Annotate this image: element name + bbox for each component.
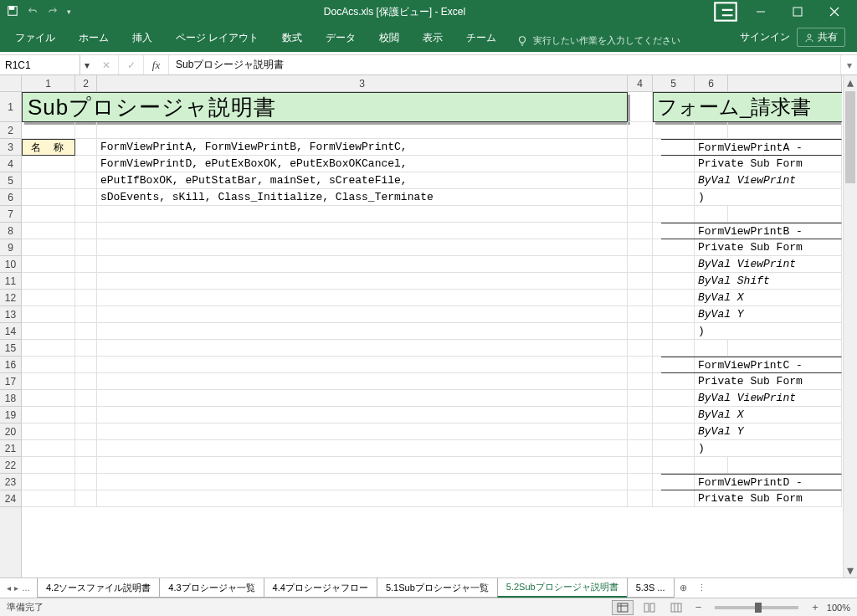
col-header[interactable]: 3 xyxy=(97,75,628,91)
row-header[interactable]: 20 xyxy=(0,424,21,440)
row-header[interactable]: 14 xyxy=(0,323,21,340)
tab-review[interactable]: 校閲 xyxy=(367,24,411,52)
row-header[interactable]: 6 xyxy=(0,189,21,206)
tab-nav[interactable]: ◂ ▸ … xyxy=(0,578,37,598)
tab-team[interactable]: チーム xyxy=(454,24,508,52)
name-box[interactable] xyxy=(0,55,80,74)
zoom-out-icon[interactable]: − xyxy=(692,601,706,613)
right-code[interactable]: FormViewPrintD - xyxy=(661,474,842,490)
sheet-tab[interactable]: 5.1Subプロシージャ一覧 xyxy=(377,578,498,598)
title-cell[interactable]: Subプロシージャ説明書 xyxy=(22,92,628,122)
cells[interactable]: Subプロシージャ説明書 フォーム_請求書 名 称 FormViewPrintA… xyxy=(22,92,842,578)
code-line[interactable]: FormViewPrintA, FormViewPrintB, FormView… xyxy=(97,139,628,156)
enter-formula-icon[interactable]: ✓ xyxy=(119,55,144,74)
scroll-down-icon[interactable]: ▾ xyxy=(844,563,857,578)
row-header[interactable]: 16 xyxy=(0,357,21,373)
tab-more-icon[interactable]: … xyxy=(22,583,30,593)
save-icon[interactable] xyxy=(7,5,18,19)
code-line[interactable]: FormViewPrintD, ePutExBoxOK, ePutExBoxOK… xyxy=(97,156,628,172)
new-sheet-icon[interactable]: ⊕ xyxy=(674,578,694,598)
tab-next-icon[interactable]: ▸ xyxy=(14,583,18,593)
row-header[interactable]: 18 xyxy=(0,390,21,407)
formula-input[interactable]: Subプロシージャ説明書 xyxy=(169,55,840,74)
row-header[interactable]: 17 xyxy=(0,373,21,390)
sheet-tab[interactable]: 4.2ソースファイル説明書 xyxy=(37,578,160,598)
right-code[interactable]: ByVal ViewPrint xyxy=(661,256,842,273)
page-layout-view-icon[interactable] xyxy=(639,600,660,615)
right-code[interactable]: Private Sub Form xyxy=(661,239,842,256)
tabs-menu-icon[interactable]: ⋮ xyxy=(694,578,711,598)
sheet-tab-active[interactable]: 5.2Subプロシージャ説明書 xyxy=(497,578,628,598)
scroll-thumb[interactable] xyxy=(845,91,855,183)
tab-file[interactable]: ファイル xyxy=(3,24,67,52)
row-header[interactable]: 1 xyxy=(0,92,21,122)
row-header[interactable]: 4 xyxy=(0,156,21,172)
worksheet[interactable]: 1 2 3 4 5 6 1 2 3 4 5 6 7 8 9 10 11 12 1… xyxy=(0,75,857,578)
col-header[interactable]: 6 xyxy=(695,75,728,91)
row-header[interactable]: 21 xyxy=(0,440,21,457)
right-code[interactable]: ) xyxy=(661,323,842,340)
signin-link[interactable]: サインイン xyxy=(740,30,790,44)
right-code[interactable]: ) xyxy=(661,189,842,206)
row-header[interactable]: 24 xyxy=(0,490,21,507)
col-header[interactable]: 4 xyxy=(628,75,653,91)
right-code[interactable]: ByVal ViewPrint xyxy=(661,172,842,189)
right-code[interactable]: ByVal ViewPrint xyxy=(661,390,842,407)
name-box-input[interactable] xyxy=(5,59,74,71)
row-header[interactable]: 3 xyxy=(0,139,21,156)
qat-dropdown-icon[interactable]: ▾ xyxy=(67,8,71,16)
row-header[interactable]: 19 xyxy=(0,407,21,424)
formula-expand-icon[interactable]: ▾ xyxy=(840,55,857,74)
maximize-button[interactable] xyxy=(782,0,813,23)
zoom-thumb[interactable] xyxy=(755,603,762,613)
sheet-tab[interactable]: 5.3S ... xyxy=(627,578,675,598)
tab-home[interactable]: ホーム xyxy=(67,24,121,52)
cancel-formula-icon[interactable]: ✕ xyxy=(94,55,119,74)
right-code[interactable]: Private Sub Form xyxy=(661,156,842,172)
row-header[interactable]: 15 xyxy=(0,340,21,357)
col-header[interactable] xyxy=(728,75,842,91)
right-code[interactable]: Private Sub Form xyxy=(661,490,842,507)
code-line[interactable]: sDoEvents, sKill, Class_Initialize, Clas… xyxy=(97,189,628,206)
right-code[interactable]: FormViewPrintA - xyxy=(661,139,842,156)
select-all-corner[interactable] xyxy=(0,75,22,92)
row-headers[interactable]: 1 2 3 4 5 6 7 8 9 10 11 12 13 14 15 16 1… xyxy=(0,92,22,578)
label-name[interactable]: 名 称 xyxy=(22,139,75,156)
zoom-level[interactable]: 100% xyxy=(827,603,850,613)
tab-first-icon[interactable]: ◂ xyxy=(7,583,11,593)
row-header[interactable]: 12 xyxy=(0,290,21,306)
tab-formulas[interactable]: 数式 xyxy=(270,24,314,52)
column-headers[interactable]: 1 2 3 4 5 6 xyxy=(22,75,842,92)
tab-insert[interactable]: 挿入 xyxy=(121,24,164,52)
col-header[interactable]: 2 xyxy=(75,75,97,91)
zoom-in-icon[interactable]: + xyxy=(808,601,822,613)
minimize-button[interactable] xyxy=(745,0,777,23)
normal-view-icon[interactable] xyxy=(612,600,634,615)
redo-icon[interactable] xyxy=(47,5,59,19)
right-code[interactable]: ByVal X xyxy=(661,407,842,424)
sheet-tab[interactable]: 4.4プロシージャフロー xyxy=(264,578,377,598)
scroll-up-icon[interactable]: ▴ xyxy=(844,75,857,90)
share-button[interactable]: 共有 xyxy=(797,28,845,47)
row-header[interactable]: 11 xyxy=(0,273,21,290)
zoom-slider[interactable] xyxy=(715,606,798,609)
right-code[interactable]: FormViewPrintC - xyxy=(661,357,842,373)
undo-icon[interactable] xyxy=(27,5,38,19)
row-header[interactable]: 8 xyxy=(0,223,21,239)
row-header[interactable]: 10 xyxy=(0,256,21,273)
row-header[interactable]: 13 xyxy=(0,306,21,323)
tab-view[interactable]: 表示 xyxy=(411,24,454,52)
ribbon-display-icon[interactable] xyxy=(711,0,740,26)
fx-icon[interactable]: fx xyxy=(144,55,169,74)
row-header[interactable]: 7 xyxy=(0,206,21,223)
page-break-view-icon[interactable] xyxy=(665,600,687,615)
right-code[interactable]: ) xyxy=(661,440,842,457)
title-cell-b[interactable]: フォーム_請求書 xyxy=(653,92,842,122)
tab-pagelayout[interactable]: ページ レイアウト xyxy=(164,24,270,52)
right-code[interactable]: Private Sub Form xyxy=(661,373,842,390)
scroll-track[interactable] xyxy=(844,90,857,563)
name-box-dropdown-icon[interactable]: ▾ xyxy=(80,55,94,74)
sheet-tab[interactable]: 4.3プロシージャ一覧 xyxy=(159,578,264,598)
row-header[interactable]: 2 xyxy=(0,122,21,139)
col-header[interactable]: 1 xyxy=(22,75,75,91)
